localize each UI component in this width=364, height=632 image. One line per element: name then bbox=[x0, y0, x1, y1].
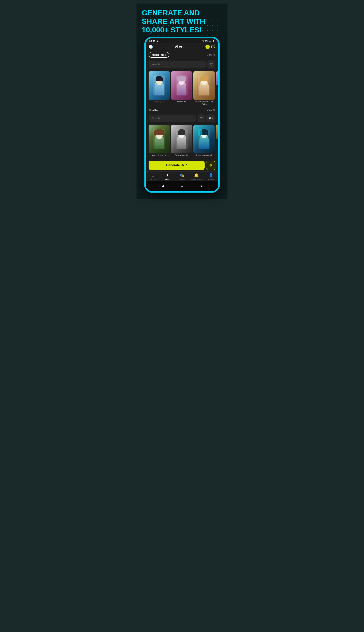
dnd-icon: ⊖ bbox=[202, 40, 204, 42]
nav-bar: ◀ ● ■ bbox=[146, 181, 218, 191]
coin-badge: 😶 670 bbox=[206, 45, 216, 49]
tab-notifications-label: Notifications bbox=[191, 178, 202, 180]
app-content: 🕐 AI Art 😶 670 Model Hub › View All bbox=[146, 43, 218, 191]
spell-image-2 bbox=[194, 125, 215, 153]
spell-label-2: Anime Nouveau XL bbox=[194, 154, 215, 156]
tab-tavern-label: Tavern bbox=[179, 178, 185, 180]
spell-image-0 bbox=[148, 125, 170, 153]
signal-icon: ▲ bbox=[209, 40, 211, 42]
time-display: 12:24 bbox=[149, 40, 155, 42]
history-icon[interactable]: 🕐 bbox=[148, 45, 153, 49]
status-bar: 12:24 ⚙ ⊖ 5G ▲ 🔋 bbox=[146, 38, 218, 43]
recents-button[interactable]: ■ bbox=[199, 184, 204, 189]
models-grid: HoloDayo XL Kivotos XL bbox=[146, 70, 218, 107]
spells-filter-all[interactable]: All ⇅ bbox=[206, 114, 216, 122]
tab-profile-label: Profile bbox=[208, 178, 214, 180]
model-image-2 bbox=[194, 71, 215, 100]
battery-icon: 🔋 bbox=[212, 40, 215, 42]
model-image-0 bbox=[148, 71, 170, 100]
spell-label-0: Anime Detailer XL bbox=[148, 154, 170, 156]
spells-view-all[interactable]: View All bbox=[207, 109, 216, 112]
model-hub-button[interactable]: Model Hub › bbox=[148, 52, 169, 58]
spells-search-input[interactable] bbox=[148, 115, 196, 122]
spells-heart-button[interactable]: ♡ bbox=[198, 114, 205, 122]
app-title: AI Art bbox=[175, 45, 184, 49]
list-item: Deta... bbox=[216, 125, 218, 156]
list-item: Anime Nouveau XL bbox=[194, 125, 215, 156]
tab-notifications[interactable]: 🔔 Notifications bbox=[189, 173, 204, 180]
list-item: Sketch Style XL bbox=[171, 125, 192, 156]
tab-bar: ⌂ Home ✦ AI Art 🎭 Tavern 🔔 Notifications… bbox=[146, 171, 218, 181]
coin-icon: 😶 bbox=[206, 45, 210, 49]
generate-row: Generate ⊙ 7 ⚙ bbox=[146, 158, 218, 171]
spell-label-3: Deta... bbox=[216, 140, 218, 142]
model-search-row: ♡ bbox=[146, 59, 218, 70]
model-search-input[interactable] bbox=[148, 61, 206, 68]
tab-ai-art[interactable]: ✦ AI Art bbox=[160, 173, 175, 180]
bell-icon: 🔔 bbox=[194, 173, 199, 178]
top-nav: 🕐 AI Art 😶 670 bbox=[146, 43, 218, 51]
model-label-2: MugenMaluMix SDXL (PDXL) bbox=[194, 101, 215, 105]
spell-image-1 bbox=[171, 125, 192, 153]
spell-label-1: Sketch Style XL bbox=[171, 154, 192, 156]
model-heart-button[interactable]: ♡ bbox=[208, 61, 216, 69]
list-item: An... bbox=[216, 71, 218, 105]
home-icon: ⌂ bbox=[152, 173, 154, 178]
filter-buttons: ♡ All ⇅ bbox=[198, 114, 216, 122]
model-label-3: An... bbox=[216, 86, 218, 89]
status-right: ⊖ 5G ▲ 🔋 bbox=[202, 40, 215, 42]
model-image-3 bbox=[216, 71, 218, 86]
headline-text: GENERATE AND SHARE ART WITH 10,000+ STYL… bbox=[142, 9, 222, 34]
spells-grid: Anime Detailer XL Sketch Style XL bbox=[146, 124, 218, 158]
spells-header: Spells View All bbox=[146, 107, 218, 113]
spells-search-row: ♡ All ⇅ bbox=[146, 113, 218, 124]
tab-profile[interactable]: 👤 Profile bbox=[204, 173, 218, 180]
back-button[interactable]: ◀ bbox=[160, 184, 165, 189]
list-item: Anime Detailer XL bbox=[148, 125, 170, 156]
list-item: Kivotos XL bbox=[171, 71, 192, 105]
model-hub-header: Model Hub › View All bbox=[146, 51, 218, 59]
list-item: MugenMaluMix SDXL (PDXL) bbox=[194, 71, 215, 105]
model-image-1 bbox=[171, 71, 192, 100]
headline-section: GENERATE AND SHARE ART WITH 10,000+ STYL… bbox=[136, 4, 228, 38]
generate-settings-button[interactable]: ⚙ bbox=[206, 161, 216, 170]
spells-title: Spells bbox=[148, 109, 158, 112]
model-label-0: HoloDayo XL bbox=[148, 101, 170, 103]
status-left: 12:24 ⚙ bbox=[149, 40, 158, 42]
model-label-1: Kivotos XL bbox=[171, 101, 192, 103]
tab-home-label: Home bbox=[150, 178, 156, 180]
page-wrapper: GENERATE AND SHARE ART WITH 10,000+ STYL… bbox=[136, 4, 228, 199]
home-button[interactable]: ● bbox=[180, 184, 184, 189]
model-hub-view-all[interactable]: View All bbox=[207, 54, 216, 56]
tab-tavern[interactable]: 🎭 Tavern bbox=[175, 173, 189, 180]
person-icon: 👤 bbox=[208, 173, 213, 178]
network-label: 5G bbox=[205, 40, 208, 42]
list-item: HoloDayo XL bbox=[148, 71, 170, 105]
sparkle-icon: ✦ bbox=[166, 173, 169, 178]
tab-ai-art-label: AI Art bbox=[165, 178, 170, 180]
phone-frame: 12:24 ⚙ ⊖ 5G ▲ 🔋 🕐 AI Art 😶 670 bbox=[145, 38, 219, 192]
spell-image-3 bbox=[216, 125, 218, 139]
tab-home[interactable]: ⌂ Home bbox=[146, 173, 160, 180]
generate-button[interactable]: Generate ⊙ 7 bbox=[148, 161, 204, 170]
settings-icon: ⚙ bbox=[156, 40, 158, 42]
tavern-icon: 🎭 bbox=[180, 173, 184, 178]
coin-count: 670 bbox=[211, 45, 216, 48]
